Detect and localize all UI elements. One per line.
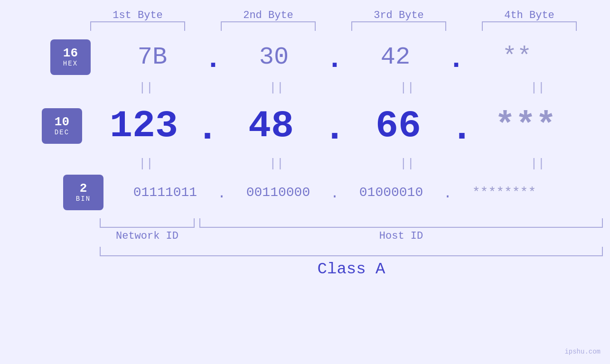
class-bracket [100,247,603,256]
equals-row-1: || || || || [81,78,603,97]
byte-labels-row: 1st Byte 2nd Byte 3rd Byte 4th Byte [73,9,595,21]
dot-2: . [326,43,343,75]
byte-label-3: 3rd Byte [347,9,451,21]
dec-value-3: 66 [346,104,450,148]
dec-values-container: 123 . 48 . 66 . *** [82,104,587,148]
bracket-top-1 [90,21,185,31]
equals-8: || [486,157,590,171]
hex-value-3: 42 [343,43,448,71]
equals-4: || [486,81,590,95]
bracket-bottom-host [199,218,603,228]
hex-badge: 16 HEX [50,39,91,75]
hex-value-4: ** [465,43,569,71]
hex-values-container: 7B . 30 . 42 . ** [91,43,579,71]
class-a-label: Class A [318,260,385,278]
equals-3: || [355,81,460,95]
host-id-label: Host ID [199,230,603,242]
byte-label-2: 2nd Byte [216,9,320,21]
bracket-top-3 [351,21,446,31]
bin-badge: 2 BIN [63,175,103,210]
dec-row: 10 DEC 123 . 48 . 66 . *** [23,97,587,154]
bin-badge-text: BIN [76,195,91,203]
dot-bin-2: . [330,186,339,202]
network-host-label-row: Network ID Host ID [100,230,603,242]
dec-value-4: *** [473,106,578,145]
bin-badge-number: 2 [80,182,87,196]
hex-badge-text: HEX [63,60,78,67]
dec-badge-number: 10 [55,115,69,129]
bracket-top-4 [482,21,577,31]
dot-dec-3: . [450,107,473,150]
bin-value-2: 00110000 [226,185,330,200]
dot-bin-1: . [217,186,226,202]
hex-row: 16 HEX 7B . 30 . 42 . ** [31,36,579,78]
equals-6: || [225,157,329,171]
byte-label-4: 4th Byte [477,9,582,21]
bracket-bottom-network [100,218,195,228]
main-container: 1st Byte 2nd Byte 3rd Byte 4th Byte 16 H… [0,0,610,364]
class-label-row: Class A [100,260,603,278]
network-host-bracket-row [100,218,603,228]
equals-5: || [94,157,198,171]
dot-dec-2: . [323,107,346,150]
hex-value-1: 7B [100,43,205,71]
bottom-brackets-area: Network ID Host ID Class A [100,218,603,278]
byte-label-1: 1st Byte [85,9,190,21]
watermark: ipshu.com [564,348,601,355]
dec-value-2: 48 [219,104,323,148]
bin-value-1: 01111011 [113,185,217,200]
hex-badge-number: 16 [63,47,78,60]
dot-dec-1: . [196,107,219,150]
bin-value-3: 01000010 [339,185,443,200]
bin-row: 2 BIN 01111011 . 00110000 . 01000010 . *… [44,173,566,211]
dec-badge: 10 DEC [42,108,82,144]
equals-row-2: || || || || [81,154,603,173]
dec-badge-text: DEC [55,129,69,136]
bin-value-4: ******** [452,185,556,200]
top-brackets-row [73,21,595,36]
network-id-label: Network ID [100,230,195,242]
equals-2: || [225,81,329,95]
dot-1: . [205,43,222,75]
bin-values-container: 01111011 . 00110000 . 01000010 . *******… [103,185,566,200]
equals-1: || [94,81,198,95]
dot-3: . [448,43,465,75]
dot-bin-3: . [443,186,452,202]
equals-7: || [355,157,460,171]
hex-value-2: 30 [222,43,326,71]
bracket-top-2 [221,21,316,31]
dec-value-1: 123 [92,104,196,148]
